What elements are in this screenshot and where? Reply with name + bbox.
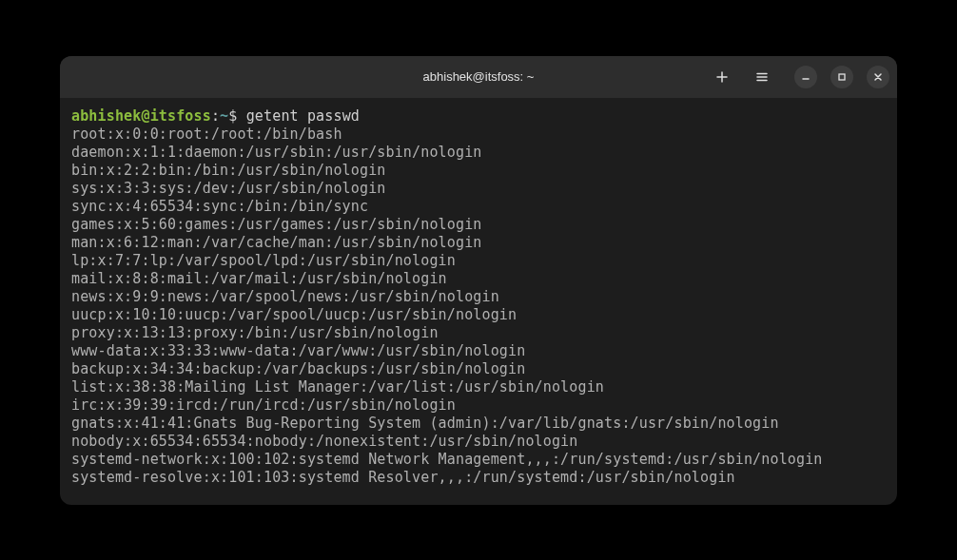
output-line: uucp:x:10:10:uucp:/var/spool/uucp:/usr/s…: [71, 306, 886, 324]
window-title: abhishek@itsfoss: ~: [423, 69, 535, 84]
terminal-window: abhishek@itsfoss: ~: [60, 56, 897, 505]
output-line: sync:x:4:65534:sync:/bin:/bin/sync: [71, 198, 886, 216]
terminal-content[interactable]: abhishek@itsfoss:~$ getent passwd root:x…: [60, 98, 897, 505]
prompt-path: ~: [220, 107, 228, 125]
close-icon: [873, 72, 883, 82]
hamburger-icon: [755, 70, 769, 84]
prompt-symbol: $: [228, 107, 237, 125]
output-line: gnats:x:41:41:Gnats Bug-Reporting System…: [71, 415, 886, 433]
svg-rect-0: [839, 74, 845, 80]
output-line: proxy:x:13:13:proxy:/bin:/usr/sbin/nolog…: [71, 324, 886, 342]
output-line: irc:x:39:39:ircd:/run/ircd:/usr/sbin/nol…: [71, 396, 886, 415]
output-line: games:x:5:60:games:/usr/games:/usr/sbin/…: [71, 216, 886, 234]
titlebar-left-controls: [711, 66, 773, 88]
prompt-line: abhishek@itsfoss:~$ getent passwd: [71, 107, 886, 126]
prompt-user-host: abhishek@itsfoss: [71, 107, 211, 125]
output-line: bin:x:2:2:bin:/bin:/usr/sbin/nologin: [71, 162, 886, 180]
minimize-icon: [801, 72, 811, 82]
window-controls: [794, 66, 889, 88]
output-line: news:x:9:9:news:/var/spool/news:/usr/sbi…: [71, 288, 886, 306]
new-tab-button[interactable]: [711, 66, 733, 88]
output-line: man:x:6:12:man:/var/cache/man:/usr/sbin/…: [71, 234, 886, 252]
command-text: getent passwd: [246, 107, 360, 125]
output-line: list:x:38:38:Mailing List Manager:/var/l…: [71, 378, 886, 396]
output-line: daemon:x:1:1:daemon:/usr/sbin:/usr/sbin/…: [71, 144, 886, 162]
menu-button[interactable]: [751, 66, 773, 88]
output-line: systemd-resolve:x:101:103:systemd Resolv…: [71, 469, 886, 487]
output-line: mail:x:8:8:mail:/var/mail:/usr/sbin/nolo…: [71, 270, 886, 288]
prompt-colon: :: [211, 107, 220, 125]
close-button[interactable]: [867, 66, 889, 88]
titlebar: abhishek@itsfoss: ~: [60, 56, 897, 98]
output-line: systemd-network:x:100:102:systemd Networ…: [71, 451, 886, 469]
output-line: sys:x:3:3:sys:/dev:/usr/sbin/nologin: [71, 180, 886, 198]
output-line: backup:x:34:34:backup:/var/backups:/usr/…: [71, 360, 886, 378]
maximize-icon: [837, 72, 847, 82]
maximize-button[interactable]: [830, 66, 853, 88]
output-line: lp:x:7:7:lp:/var/spool/lpd:/usr/sbin/nol…: [71, 252, 886, 270]
minimize-button[interactable]: [794, 66, 817, 88]
output-line: nobody:x:65534:65534:nobody:/nonexistent…: [71, 433, 886, 451]
output-line: root:x:0:0:root:/root:/bin/bash: [71, 126, 886, 144]
plus-icon: [715, 70, 729, 84]
output-line: www-data:x:33:33:www-data:/var/www:/usr/…: [71, 342, 886, 360]
